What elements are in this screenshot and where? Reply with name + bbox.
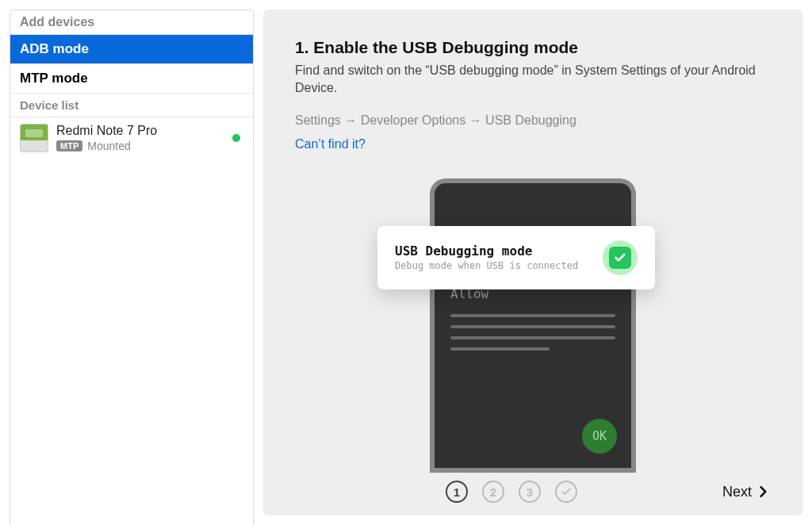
phone-frame: Allow OK (430, 178, 636, 473)
next-button[interactable]: Next (722, 484, 771, 500)
usb-card-text: USB Debugging mode Debug mode when USB i… (395, 243, 578, 271)
main-panel: 1. Enable the USB Debugging mode Find an… (263, 10, 802, 515)
step-1[interactable]: 1 (446, 481, 468, 503)
mode-adb[interactable]: ADB mode (10, 35, 253, 64)
chevron-right-icon (755, 484, 771, 500)
step-3[interactable]: 3 (519, 481, 541, 503)
device-status: Mounted (87, 140, 130, 152)
sidebar: Add devices ADB mode MTP mode Device lis… (10, 10, 254, 525)
android-device-icon (20, 124, 48, 152)
usb-card-title: USB Debugging mode (395, 243, 578, 259)
footer: 1 2 3 Next (295, 481, 771, 503)
device-list-header: Device list (10, 94, 253, 117)
mode-mtp[interactable]: MTP mode (10, 64, 253, 94)
device-name: Redmi Note 7 Pro (56, 124, 157, 138)
usb-debugging-card: USB Debugging mode Debug mode when USB i… (377, 226, 655, 289)
phone-text-line-icon (450, 325, 615, 328)
device-badge: MTP (56, 140, 82, 151)
device-item[interactable]: Redmi Note 7 Pro MTP Mounted (10, 117, 253, 159)
phone-text-line-icon (450, 347, 550, 351)
step-indicator: 1 2 3 (446, 481, 577, 503)
step-path: Settings → Developer Options → USB Debug… (295, 113, 771, 128)
phone-text-line-icon (450, 336, 615, 339)
device-sub: MTP Mounted (56, 140, 157, 152)
phone-text-line-icon (450, 314, 615, 317)
phone-illustration: Allow OK USB Debugging mode Debug mode w… (295, 171, 771, 473)
step-title: 1. Enable the USB Debugging mode (295, 38, 771, 57)
next-label: Next (722, 484, 752, 500)
phone-ok-button-icon: OK (582, 419, 617, 454)
sidebar-header: Add devices (10, 10, 253, 35)
checkmark-icon (609, 247, 631, 269)
status-dot-icon (232, 134, 240, 142)
usb-card-subtitle: Debug mode when USB is connected (395, 260, 578, 271)
help-link[interactable]: Can’t find it? (295, 137, 771, 151)
step-description: Find and switch on the “USB debugging mo… (295, 62, 771, 98)
device-text: Redmi Note 7 Pro MTP Mounted (56, 124, 157, 152)
step-2[interactable]: 2 (482, 481, 504, 503)
step-done[interactable] (555, 481, 577, 503)
usb-check-icon (603, 240, 638, 275)
